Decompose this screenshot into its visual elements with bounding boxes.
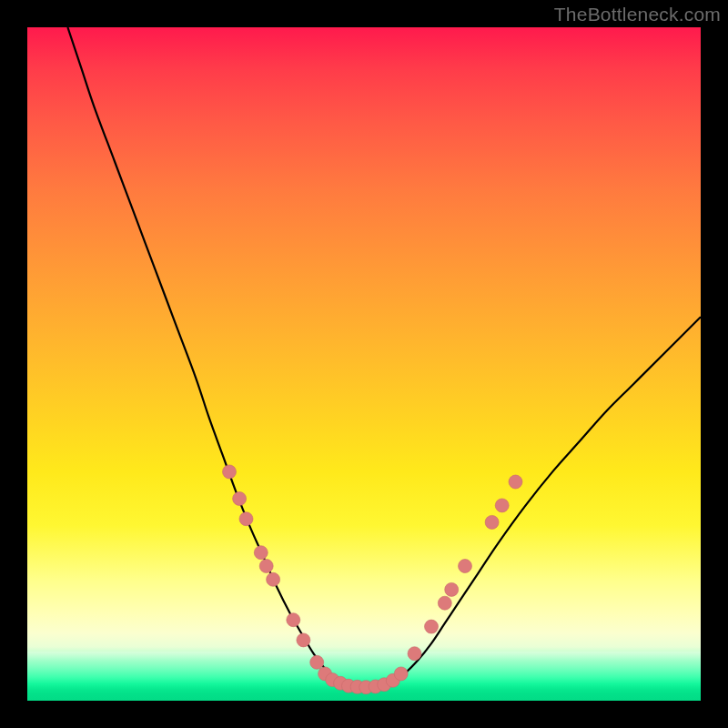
marker-dot [425, 620, 439, 633]
marker-dot [297, 633, 310, 647]
marker-dot [233, 492, 247, 506]
marker-dot [310, 655, 324, 669]
chart-svg [27, 27, 701, 701]
outer-frame: TheBottleneck.com [0, 0, 728, 728]
marker-dot [267, 572, 280, 586]
watermark-text: TheBottleneck.com [554, 4, 721, 25]
marker-dot [485, 515, 499, 529]
marker-dot [239, 512, 253, 526]
marker-dot [394, 667, 408, 681]
marker-dot [259, 560, 273, 573]
marker-dot [408, 647, 421, 661]
marker-dot [495, 499, 509, 512]
marker-dot [223, 465, 237, 479]
marker-dot [509, 475, 522, 489]
bottleneck-curve [67, 27, 701, 687]
marker-dot [445, 582, 459, 596]
marker-dot [254, 546, 268, 560]
plot-area [27, 27, 701, 701]
marker-dot [438, 596, 451, 610]
marker-dot [459, 560, 472, 573]
marker-dot [287, 613, 300, 627]
curve-markers [223, 465, 523, 694]
